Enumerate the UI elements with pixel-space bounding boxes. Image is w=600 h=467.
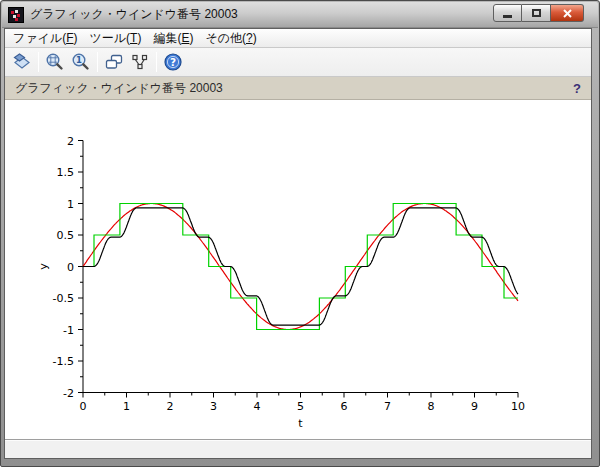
svg-text:-2: -2 (63, 387, 74, 400)
svg-text:-0.5: -0.5 (53, 292, 74, 305)
infobar-text: グラフィック・ウインドウ番号 20003 (15, 80, 223, 97)
rotate-3d-button[interactable] (9, 50, 35, 74)
statusbar (5, 439, 591, 458)
toolbar-separator (38, 52, 39, 72)
graphics-editor-button[interactable] (127, 50, 153, 74)
scilab-app-icon (8, 7, 24, 23)
help-icon: ? (163, 52, 183, 72)
svg-text:?: ? (170, 56, 176, 68)
svg-text:3: 3 (210, 400, 217, 413)
svg-text:1.5: 1.5 (57, 166, 75, 179)
svg-text:4: 4 (254, 400, 261, 413)
rotate-3d-icon (12, 52, 32, 72)
infobar-help-mark: ? (573, 81, 581, 96)
scilab-graphics-window: グラフィック・ウインドウ番号 20003 ファイル(F) ツール(T) 編集(E… (0, 0, 600, 467)
plot-svg: 012345678910-2-1.5-1-0.500.511.52ty (5, 100, 591, 439)
svg-text:-1.5: -1.5 (53, 355, 74, 368)
original-view-button[interactable]: 1 (68, 50, 94, 74)
dialogs-button[interactable] (101, 50, 127, 74)
svg-text:0: 0 (80, 400, 87, 413)
help-button[interactable]: ? (160, 50, 186, 74)
zoom-area-icon (45, 52, 65, 72)
maximize-button[interactable] (522, 4, 551, 22)
svg-text:6: 6 (341, 400, 348, 413)
menu-file[interactable]: ファイル(F) (7, 29, 83, 48)
window-controls (493, 4, 584, 22)
dialogs-icon (104, 52, 124, 72)
toolbar-separator (97, 52, 98, 72)
svg-text:9: 9 (471, 400, 478, 413)
svg-text:2: 2 (67, 135, 74, 148)
svg-text:0: 0 (67, 261, 74, 274)
svg-text:2: 2 (167, 400, 174, 413)
original-view-icon: 1 (71, 52, 91, 72)
svg-text:1: 1 (76, 55, 82, 65)
maximize-icon (532, 9, 541, 17)
close-icon (563, 9, 572, 18)
svg-text:10: 10 (511, 400, 525, 413)
titlebar[interactable]: グラフィック・ウインドウ番号 20003 (2, 2, 598, 28)
graphics-editor-icon (130, 52, 150, 72)
close-button[interactable] (551, 4, 584, 22)
plot-canvas[interactable]: 012345678910-2-1.5-1-0.500.511.52ty (5, 100, 591, 439)
menu-tools[interactable]: ツール(T) (83, 29, 147, 48)
menu-edit[interactable]: 編集(E) (147, 29, 199, 48)
infobar: グラフィック・ウインドウ番号 20003 ? (5, 77, 591, 100)
window-body: ファイル(F) ツール(T) 編集(E) その他(?) (4, 28, 592, 459)
svg-text:5: 5 (297, 400, 304, 413)
svg-text:t: t (298, 417, 303, 430)
svg-text:0.5: 0.5 (57, 229, 75, 242)
menu-misc[interactable]: その他(?) (199, 29, 262, 48)
svg-text:-1: -1 (63, 324, 74, 337)
minimize-icon (503, 15, 512, 18)
svg-text:1: 1 (67, 198, 74, 211)
zoom-area-button[interactable] (42, 50, 68, 74)
svg-text:8: 8 (428, 400, 435, 413)
toolbar-separator (156, 52, 157, 72)
minimize-button[interactable] (493, 4, 522, 22)
window-title: グラフィック・ウインドウ番号 20003 (30, 6, 238, 23)
svg-text:7: 7 (384, 400, 391, 413)
svg-text:y: y (37, 263, 50, 270)
menubar: ファイル(F) ツール(T) 編集(E) その他(?) (5, 29, 591, 48)
svg-text:1: 1 (123, 400, 130, 413)
toolbar: 1 (5, 48, 591, 77)
